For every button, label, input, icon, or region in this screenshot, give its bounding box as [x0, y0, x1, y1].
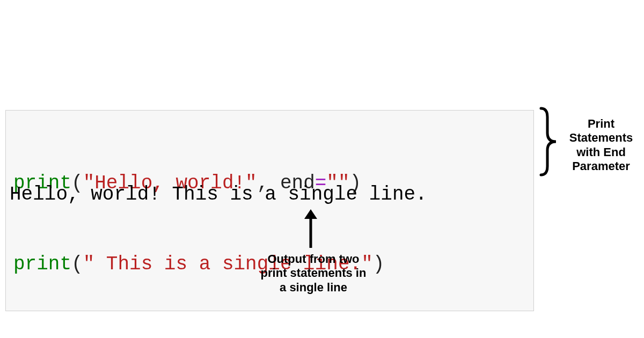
- output-line: Hello, world! This is a single line.: [10, 183, 427, 205]
- curly-brace-icon: [537, 106, 558, 177]
- code-token-open-paren: (: [71, 253, 83, 275]
- annotation-bottom: Output from two print statements in a si…: [260, 252, 367, 295]
- code-token-func: print: [13, 253, 71, 275]
- annotation-right: Print Statements with End Parameter: [564, 117, 639, 174]
- code-token-close-paren: ): [373, 253, 385, 275]
- up-arrow-icon: [303, 209, 319, 249]
- svg-marker-1: [304, 209, 317, 219]
